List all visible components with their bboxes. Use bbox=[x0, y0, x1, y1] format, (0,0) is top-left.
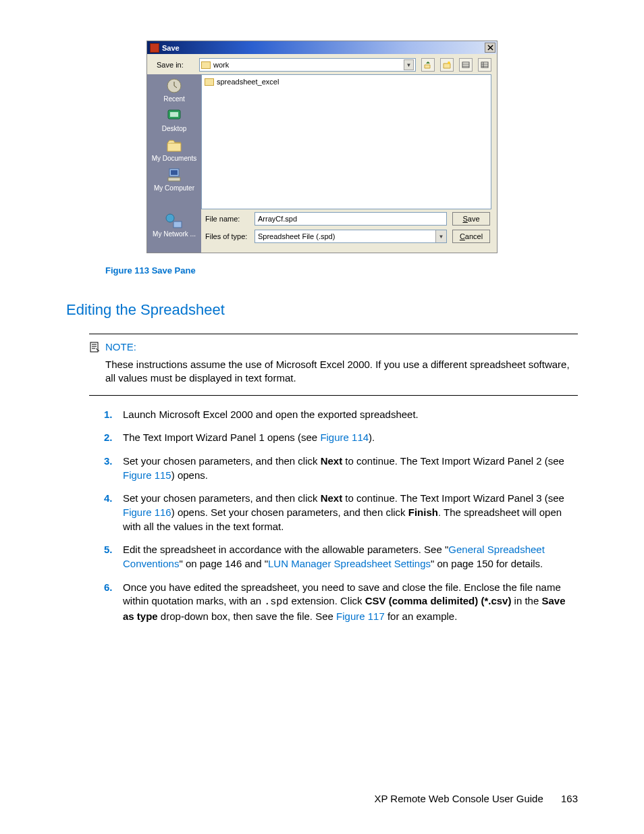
step-6: Once you have edited the spreadsheet, yo… bbox=[104, 581, 578, 624]
link-figure-117[interactable]: Figure 117 bbox=[336, 610, 385, 622]
step-4: Set your chosen parameters, and then cli… bbox=[104, 492, 578, 533]
section-heading: Editing the Spreadsheet bbox=[66, 301, 578, 319]
page-number: 163 bbox=[561, 793, 578, 804]
svg-rect-10 bbox=[173, 221, 182, 228]
page-footer: XP Remote Web Console User Guide 163 bbox=[374, 793, 578, 804]
list-view-icon[interactable] bbox=[459, 58, 473, 72]
svg-rect-11 bbox=[90, 342, 98, 352]
close-button[interactable] bbox=[485, 43, 495, 53]
svg-rect-7 bbox=[171, 170, 178, 175]
dialog-title: Save bbox=[162, 44, 180, 52]
save-dialog: Save Save in: work ▼ Recent bbox=[146, 41, 498, 253]
file-type-select[interactable]: Spreadsheet File (.spd) ▼ bbox=[254, 230, 447, 243]
footer-title: XP Remote Web Console User Guide bbox=[374, 793, 543, 804]
svg-rect-5 bbox=[170, 112, 178, 117]
note-title: NOTE: bbox=[105, 341, 136, 353]
place-mynetwork[interactable]: My Network ... bbox=[153, 211, 196, 239]
save-in-select[interactable]: work ▼ bbox=[199, 58, 416, 72]
note-icon bbox=[89, 342, 100, 353]
detail-view-icon[interactable] bbox=[478, 58, 491, 72]
link-lun-settings[interactable]: LUN Manager Spreadsheet Settings bbox=[268, 558, 431, 569]
note-body: These instructions assume the use of Mic… bbox=[105, 358, 578, 386]
chevron-down-icon[interactable]: ▼ bbox=[404, 59, 414, 70]
step-2: The Text Import Wizard Panel 1 opens (se… bbox=[104, 431, 578, 445]
link-figure-114[interactable]: Figure 114 bbox=[320, 432, 369, 443]
folder-icon bbox=[205, 78, 214, 86]
place-recent[interactable]: Recent bbox=[163, 76, 185, 104]
network-icon bbox=[164, 212, 184, 230]
cancel-button[interactable]: Cancel bbox=[452, 230, 490, 243]
save-button[interactable]: Save bbox=[452, 212, 490, 226]
place-desktop[interactable]: Desktop bbox=[162, 105, 187, 134]
file-list-item-label: spreadsheet_excel bbox=[217, 78, 279, 86]
mydocuments-icon bbox=[164, 136, 184, 154]
chevron-down-icon[interactable]: ▼ bbox=[435, 230, 446, 242]
desktop-icon bbox=[164, 107, 184, 124]
svg-rect-2 bbox=[481, 62, 488, 68]
recent-icon bbox=[164, 77, 184, 95]
step-5: Edit the spreadsheet in accordance with … bbox=[104, 543, 578, 571]
save-in-value: work bbox=[213, 61, 229, 69]
file-name-input[interactable]: ArrayCf.spd bbox=[254, 212, 447, 226]
figure-caption: Figure 113 Save Pane bbox=[105, 265, 578, 276]
svg-point-9 bbox=[166, 214, 174, 222]
step-1: Launch Microsoft Excel 2000 and open the… bbox=[104, 408, 578, 422]
place-mycomputer[interactable]: My Computer bbox=[154, 165, 194, 193]
svg-point-0 bbox=[448, 61, 450, 64]
step-3: Set your chosen parameters, and then cli… bbox=[104, 454, 578, 482]
titlebar: Save bbox=[147, 41, 497, 54]
folder-icon bbox=[201, 61, 211, 69]
svg-rect-8 bbox=[168, 178, 180, 181]
note-block: NOTE: These instructions assume the use … bbox=[89, 334, 578, 396]
places-bar: Recent Desktop My Documents My Computer bbox=[147, 74, 201, 209]
file-type-label: Files of type: bbox=[205, 232, 249, 240]
steps-list: Launch Microsoft Excel 2000 and open the… bbox=[104, 408, 578, 624]
file-name-label: File name: bbox=[205, 215, 249, 223]
app-icon bbox=[150, 43, 159, 53]
link-figure-116[interactable]: Figure 116 bbox=[123, 506, 171, 518]
file-list[interactable]: spreadsheet_excel bbox=[201, 74, 491, 209]
link-figure-115[interactable]: Figure 115 bbox=[123, 469, 171, 481]
save-in-row: Save in: work ▼ bbox=[147, 54, 497, 74]
save-in-label: Save in: bbox=[157, 61, 194, 69]
up-one-level-icon[interactable] bbox=[421, 58, 435, 72]
place-mydocuments[interactable]: My Documents bbox=[152, 135, 197, 163]
file-list-item[interactable]: spreadsheet_excel bbox=[205, 78, 488, 86]
svg-rect-1 bbox=[462, 62, 469, 68]
new-folder-icon[interactable] bbox=[440, 58, 454, 72]
mycomputer-icon bbox=[164, 166, 184, 184]
